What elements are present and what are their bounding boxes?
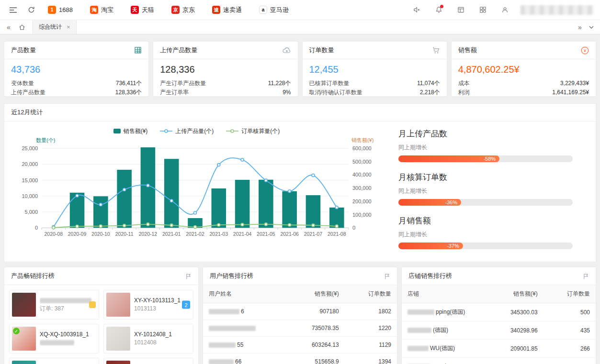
redacted-name [408,309,434,315]
kpi-block: 月销售额同上期增长-37% [398,215,573,249]
kpi-title: 月销售额 [398,215,573,226]
stat-cards-row: 产品数量43,736变体数量736,411个上传产品数量128,336个上传产品… [4,41,596,97]
table-head: 店铺销售额(¥)订单数量 [402,285,596,303]
stat-row: 产生订单产品数量11,228个 [160,79,291,88]
name-cell: 55 [203,337,292,353]
rank-table: 用户姓名销售额(¥)订单数量69071801802735078.35122055… [203,285,397,364]
monthly-stats-card: 近12月统计 销售额(¥)上传产品量(个)订单核算量(个) 05,00010,0… [4,103,596,262]
product-image-blurred [12,293,36,317]
chart-area: 销售额(¥)上传产品量(个)订单核算量(个) 05,00010,00015,00… [7,124,386,259]
product-rank-header: 产品畅销排行榜 [4,267,198,285]
sales-cell: 345300.03 [491,303,543,321]
user-icon[interactable] [498,4,511,16]
stat-card-body: 12,455已核算订单数量11,074个取消/待确认订单数量2,218个 [303,59,447,97]
platform-tab-京东[interactable]: 京京东 [171,6,195,14]
product-text: 订单: 387 [40,297,96,313]
svg-text:2020-09: 2020-09 [68,231,87,237]
home-icon[interactable] [16,20,28,34]
panel-layout-icon[interactable] [454,4,467,16]
stat-card: 上传产品数量128,336产生订单产品数量11,228个产生订单率9% [153,41,298,97]
platform-icon: 1 [48,6,56,14]
kpi-progress-fill: -37% [398,243,463,249]
tab-label: 综合统计 [39,23,62,31]
table-header-row: 用户姓名销售额(¥)订单数量 [203,285,397,303]
svg-text:0: 0 [35,225,38,231]
column-header: 店铺 [402,285,491,303]
platform-label: 1688 [59,6,73,13]
sales-cell: 515658.9 [292,353,344,364]
platform-tab-1688[interactable]: 11688 [48,6,73,14]
redacted-name [408,328,431,333]
platform-label: 速卖通 [223,6,242,14]
notification-bell-icon[interactable] [432,4,445,16]
stat-card-body: 43,736变体数量736,411个上传产品数量128,336个 [4,59,148,97]
redacted-name [209,359,234,364]
product-item[interactable]: 订单: 387 [9,290,99,320]
svg-text:数量(个): 数量(个) [36,137,55,143]
legend-item[interactable]: 上传产品量(个) [160,127,214,135]
platform-label: 天猫 [142,6,154,14]
cart-icon [432,47,440,54]
cloud-upload-icon [283,47,291,54]
stat-row-label: 已核算订单数量 [309,79,350,88]
platform-tab-亚马逊[interactable]: a亚马逊 [259,6,289,14]
stat-card-title: 上传产品数量 [160,46,197,55]
store-rank-title: 店铺销售排行榜 [408,272,452,280]
stat-value: 12,455 [309,64,440,75]
stat-row: 取消/待确认订单数量2,218个 [309,88,440,97]
table-row: pping(德国)345300.03500 [402,303,596,321]
chart-svg: 05,00010,00015,00020,00025,0000100,00020… [7,137,386,244]
name-suffix: (德国) [433,327,448,333]
svg-text:2020-10: 2020-10 [91,231,110,237]
refresh-icon[interactable] [25,4,37,16]
product-item[interactable] [9,358,99,364]
kpi-percent-label: -58% [483,156,499,162]
product-image-blurred [106,361,130,364]
rank-table: 店铺销售额(¥)订单数量pping(德国)345300.03500(德国)340… [402,285,596,364]
stat-row-value: 2,218个 [420,88,440,97]
expand-right-icon[interactable]: » [574,20,586,34]
product-item[interactable]: ✓XQ-XQ-1003918_1 [9,324,99,353]
name-suffix: 55 [237,342,243,348]
column-header: 订单数量 [543,285,596,303]
tab-summary-statistics[interactable]: 综合统计 × [33,20,77,34]
platform-icon: 淘 [90,6,98,14]
stat-card-header: 产品数量 [4,42,148,59]
legend-item[interactable]: 订单核算量(个) [226,127,280,135]
platform-tab-速卖通[interactable]: 速速卖通 [212,6,242,14]
svg-text:25,000: 25,000 [22,145,38,151]
sales-cell: 735078.35 [292,320,344,337]
collapse-left-icon[interactable]: « [3,20,14,34]
tabs-dropdown-icon[interactable] [586,20,597,34]
legend-bar-swatch [113,129,121,133]
apps-grid-icon[interactable] [476,4,489,16]
stat-row-label: 产生订单产品数量 [160,79,206,88]
sales-cell: 907180 [292,303,344,320]
platform-tab-天猫[interactable]: 天天猫 [131,6,154,14]
product-image [106,327,130,351]
kpi-percent-label: -36% [445,199,461,205]
bar-2021-05 [259,180,273,228]
platform-icon: 京 [171,6,180,14]
platform-tab-淘宝[interactable]: 淘淘宝 [90,6,113,14]
product-code: XY-1012408_1 [134,331,191,339]
menu-icon[interactable] [7,4,19,16]
stat-card-header: 上传产品数量 [153,42,297,59]
product-item[interactable]: XY-1012408_11012408 [103,324,193,353]
stat-row-value: 11,228个 [268,79,291,88]
svg-text:15,000: 15,000 [22,177,38,183]
product-item[interactable]: XY-XY-1013113_110131132 [103,290,193,320]
product-item[interactable] [103,358,193,364]
legend-item[interactable]: 销售额(¥) [113,127,148,135]
volume-muted-icon[interactable] [410,4,423,16]
name-suffix: 6 [241,308,244,315]
user-rank-table: 用户姓名销售额(¥)订单数量69071801802735078.35122055… [203,285,397,364]
name-cell [203,320,292,337]
svg-text:2021-03: 2021-03 [210,231,228,237]
kpi-progress-track: -36% [398,199,573,206]
svg-text:200,000: 200,000 [352,199,372,204]
tab-close-icon[interactable]: × [67,23,70,31]
orders-cell: 1394 [345,353,397,364]
flag-icon [384,273,390,279]
erp-dashboard: 11688淘淘宝天天猫京京东速速卖通a亚马逊 « [0,0,600,364]
